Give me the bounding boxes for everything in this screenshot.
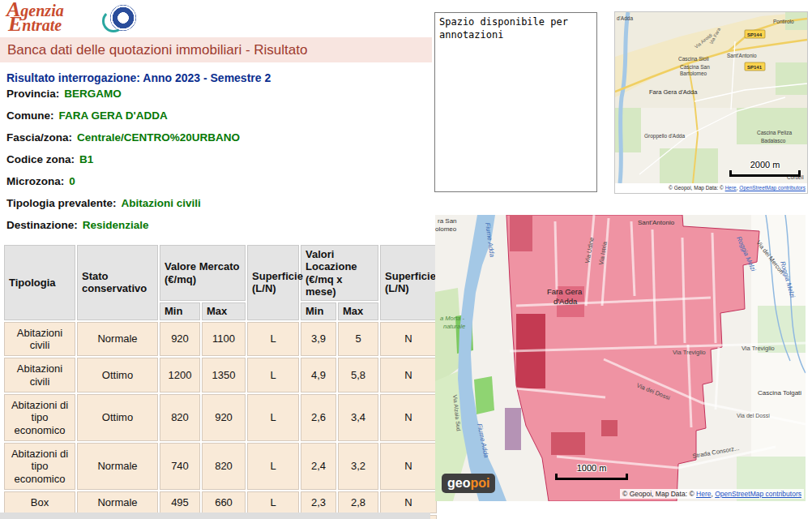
col-header-valore-mercato: Valore Mercato (€/mq): [160, 245, 246, 301]
here-link[interactable]: Here: [696, 490, 711, 498]
result-fields: Provincia:BERGAMO Comune:FARA GERA D'ADD…: [6, 88, 240, 241]
map-label-fara-line1: Fara Gera: [547, 287, 583, 296]
map-label-cascina-san: Cascina San: [680, 64, 710, 70]
svg-text:SP141: SP141: [747, 65, 763, 70]
main-map-scalebar: 1000 m: [555, 463, 628, 480]
page-title-banner: Banca dati delle quotazioni immobiliari …: [0, 37, 432, 62]
road-badge-sp141: SP141: [745, 62, 765, 71]
annotations-box: Spazio disponibile per annotazioni: [434, 12, 597, 195]
field-microzona: Microzona:0: [6, 175, 240, 197]
map-label-bartolomeo: Bartolomeo: [680, 71, 707, 76]
subheader-vm-min: Min: [160, 302, 200, 320]
agenzia-entrate-logo: Agenzia Entrate: [6, 2, 152, 36]
map-label-la-morta-2: naturale: [443, 323, 465, 330]
table-row: Abitazioni di tipo economicoNormale 7408…: [4, 443, 437, 490]
overview-map-canvas: SP144 SP141 d'Adda Pontirolo Via Airoldi…: [615, 12, 807, 183]
table-row: Abitazioni civiliNormale 9201100 L3,9 5N: [4, 322, 437, 357]
field-provincia: Provincia:BERGAMO: [6, 88, 240, 109]
field-codice-zona-value: B1: [79, 153, 93, 165]
field-fascia-zona-value: Centrale/CENTRO%20URBANO: [77, 131, 240, 144]
map-label-fara-gera-dadda: Fara Gera d'Adda: [649, 88, 698, 96]
main-map-attribution: © Geopoi, Map Data: © Here, OpenStreetMa…: [620, 489, 804, 499]
mini-map-attribution: © Geopoi, Map Data: © Here, OpenStreetMa…: [615, 183, 807, 193]
query-result-heading: Risultato interrogazione: Anno 2023 - Se…: [6, 71, 271, 84]
map-label-cut-1: ra San: [438, 217, 457, 225]
map-label-cascina-sioli: Cascina Sioli: [678, 56, 709, 62]
svg-text:SP144: SP144: [747, 32, 763, 37]
field-provincia-value: BERGAMO: [64, 88, 122, 100]
map-label-la-morta-1: a Morta -: [440, 315, 465, 322]
map-label-sant-antonio: Sant'Antonio: [638, 219, 675, 226]
map-label-dadda: d'Adda: [617, 15, 633, 21]
road-badge-sp144: SP144: [745, 30, 765, 38]
horizontal-scrollbar[interactable]: [0, 513, 430, 519]
map-label-via-del-dossi: Via del Dossi: [737, 413, 770, 418]
page-title: Banca dati delle quotazioni immobiliari …: [7, 42, 307, 58]
map-label-via-treviglio-1: Via Treviglio: [673, 349, 706, 356]
quotations-table: Tipologia Stato conservativo Valore Merc…: [2, 243, 438, 519]
subheader-vl-min: Min: [301, 302, 336, 320]
field-comune-value: FARA GERA D'ADDA: [59, 109, 168, 122]
field-tipologia-prevalente: Tipologia prevalente:Abitazioni civili: [6, 197, 240, 219]
mini-map-scalebar: 2000 m: [729, 160, 801, 177]
field-fascia-zona: Fascia/zona:Centrale/CENTRO%20URBANO: [6, 131, 240, 153]
col-header-superficie-1: Superficie (L/N): [247, 245, 299, 320]
field-tipologia-prevalente-value: Abitazioni civili: [122, 197, 201, 209]
map-label-cascina-peliza: Cascina Peliza: [757, 130, 792, 135]
map-label-pontirolo: Pontirolo: [773, 19, 794, 24]
osm-link[interactable]: OpenStreetMap contributors: [715, 490, 801, 498]
field-destinazione: Destinazione:Residenziale: [6, 219, 240, 241]
quotations-table-wrap: Tipologia Stato conservativo Valore Merc…: [2, 243, 432, 519]
subheader-vl-max: Max: [338, 302, 378, 320]
col-header-superficie-2: Superficie (L/N): [380, 245, 437, 320]
col-header-stato-conservativo: Stato conservativo: [77, 245, 158, 320]
map-label-sant-antonio: Sant'Antonio: [727, 53, 757, 58]
overview-map[interactable]: SP144 SP141 d'Adda Pontirolo Via Airoldi…: [614, 11, 808, 194]
col-header-valori-locazione: Valori Locazione (€/mq x mese): [301, 245, 378, 301]
field-microzona-value: 0: [69, 175, 75, 187]
field-comune: Comune:FARA GERA D'ADDA: [6, 109, 240, 131]
osm-link[interactable]: OpenStreetMap contributors: [739, 185, 806, 191]
table-row: Abitazioni di tipo economicoOttimo 82092…: [4, 394, 437, 441]
page: Agenzia Entrate Banca dati delle quotazi…: [0, 0, 812, 519]
table-row: Abitazioni civiliOttimo 12001350 L4,9 5,…: [4, 358, 437, 392]
table-row: BoxNormale 495660 L2,3 2,8N: [4, 491, 437, 513]
here-link[interactable]: Here: [725, 185, 737, 191]
zone-map-canvas: Sant'Antonio Via Udine Via Istria Fara G…: [435, 215, 806, 501]
map-label-cut-2: olomeo: [435, 225, 457, 233]
map-label-badalasco: Badalasco: [761, 138, 786, 144]
zone-map[interactable]: Sant'Antonio Via Udine Via Istria Fara G…: [435, 215, 806, 501]
map-label-cascina-tolgati: Cascina Tolgati: [758, 389, 801, 397]
subheader-vm-max: Max: [202, 302, 246, 320]
annotations-textarea[interactable]: Spazio disponibile per annotazioni: [434, 12, 597, 192]
logo-emblem-icon: [110, 5, 136, 31]
map-label-via-treviglio-2: Via Treviglio: [741, 345, 775, 352]
field-codice-zona: Codice zona:B1: [6, 153, 240, 175]
col-header-tipologia: Tipologia: [4, 245, 75, 320]
map-label-groppello: Groppello d'Adda: [644, 133, 685, 139]
geopoi-logo: geopoi: [442, 474, 495, 493]
field-destinazione-value: Residenziale: [83, 219, 149, 231]
map-label-fara-line2: d'Adda: [553, 297, 578, 306]
